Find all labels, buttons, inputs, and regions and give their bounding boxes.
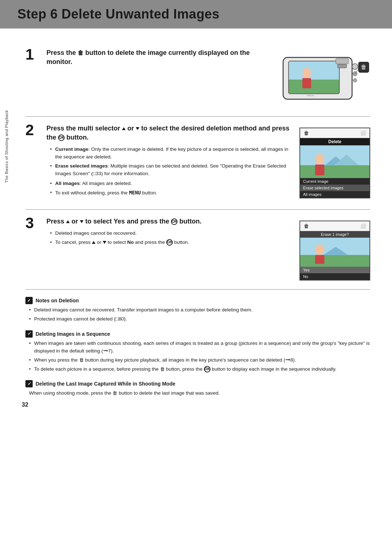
step-1-number: 1 xyxy=(25,47,44,62)
main-content: The Basics of Shooting and Playback 1 Pr… xyxy=(0,37,392,415)
step-2-section: 2 Press the multi selector or to select … xyxy=(25,124,370,199)
page-title: Step 6 Delete Unwanted Images xyxy=(17,7,375,22)
svg-point-19 xyxy=(315,154,324,164)
step3-divider xyxy=(25,289,370,290)
svg-rect-25 xyxy=(315,255,324,264)
sidebar-label: The Basics of Shooting and Playback xyxy=(4,110,12,183)
svg-text:Nikon: Nikon xyxy=(307,94,314,97)
notes-deletion-box: ✓ Notes on Deletion Deleted images canno… xyxy=(25,297,370,323)
notes-shooting-text: When using shooting mode, press the 🗑 bu… xyxy=(25,390,370,397)
step1-divider xyxy=(25,116,370,117)
menu-item-all: All images xyxy=(300,191,369,198)
svg-rect-22 xyxy=(300,255,369,266)
step-2-bullet-2: Erase selected images: Multiple images c… xyxy=(50,162,292,178)
step-1-content: Press the 🗑 button to delete the image c… xyxy=(44,48,269,70)
notes-sequence-bullets: When images are taken with continuous sh… xyxy=(25,340,370,373)
svg-text:🗑: 🗑 xyxy=(361,64,367,70)
step-1-image: Nikon 🗑 xyxy=(276,48,370,106)
step-2-content: Press the multi selector or to select th… xyxy=(44,124,292,199)
step-3-section: 3 Press or to select Yes and press the O… xyxy=(25,217,370,281)
notes-sequence-bullet-2: When you press the 🗑 button during key p… xyxy=(29,356,370,364)
svg-point-10 xyxy=(353,78,357,82)
svg-rect-5 xyxy=(302,78,311,88)
notes-deletion-bullet-2: Protected images cannot be deleted (□80)… xyxy=(29,315,370,323)
svg-rect-6 xyxy=(336,59,348,64)
step-2-screen: 🗑 ⬜ Delete xyxy=(299,124,370,198)
step-2-bullet-3: All images: All images are deleted. xyxy=(50,180,292,188)
menu-no: No xyxy=(300,273,369,280)
svg-rect-20 xyxy=(315,165,324,175)
menu-item-current: Current image xyxy=(300,178,369,185)
menu-yes: Yes xyxy=(300,267,369,273)
svg-point-8 xyxy=(352,64,358,69)
step-3-content: Press or to select Yes and press the OK … xyxy=(44,217,292,249)
svg-rect-7 xyxy=(338,64,347,68)
erase-screen-image xyxy=(300,238,369,267)
notes-deletion-title: Notes on Deletion xyxy=(36,298,79,303)
step-2-bullets-2: All images: All images are deleted. To e… xyxy=(46,180,292,197)
svg-point-24 xyxy=(315,244,324,255)
delete-screen-menu: Current image Erase selected images All … xyxy=(300,178,369,198)
erase-menu: Yes No xyxy=(300,267,369,280)
erase-title: Erase 1 image? xyxy=(300,231,369,238)
step2-divider xyxy=(25,209,370,210)
menu-item-erase: Erase selected images xyxy=(300,185,369,191)
notes-sequence-icon: ✓ xyxy=(25,330,33,338)
step-2-heading: Press the multi selector or to select th… xyxy=(46,124,292,142)
step-3-number: 3 xyxy=(25,215,44,231)
notes-sequence-box: ✓ Deleting Images in a Sequence When ima… xyxy=(25,330,370,373)
step-3-bullet-1: Deleted images cannot be recovered. xyxy=(50,230,292,237)
step-2-bullet-4: To exit without deleting, press the MENU… xyxy=(50,189,292,197)
notes-sequence-title: Deleting Images in a Sequence xyxy=(36,331,110,337)
page-header: Step 6 Delete Unwanted Images xyxy=(0,0,392,28)
notes-deletion-header: ✓ Notes on Deletion xyxy=(25,297,370,304)
notes-sequence-header: ✓ Deleting Images in a Sequence xyxy=(25,330,370,338)
svg-rect-2 xyxy=(289,61,339,80)
svg-rect-16 xyxy=(300,165,369,178)
step-3-heading: Press or to select Yes and press the OK … xyxy=(46,217,292,226)
notes-shooting-icon: ✓ xyxy=(25,380,33,387)
notes-shooting-title: Deleting the Last Image Captured While i… xyxy=(36,381,175,387)
page-number: 32 xyxy=(22,402,28,408)
step-3-bullet-2: To cancel, press or to select No and pre… xyxy=(50,239,292,246)
svg-rect-3 xyxy=(289,80,339,93)
header-divider xyxy=(0,28,392,29)
notes-shooting-box: ✓ Deleting the Last Image Captured While… xyxy=(25,380,370,397)
delete-screen-image xyxy=(300,145,369,178)
step-1-section: 1 Press the 🗑 button to delete the image… xyxy=(25,48,370,106)
notes-sequence-bullet-3: To delete each picture in a sequence, be… xyxy=(29,366,370,373)
svg-point-4 xyxy=(302,68,311,78)
notes-sequence-bullet-1: When images are taken with continuous sh… xyxy=(29,340,370,355)
step-2-bullets: Current image: Only the current image is… xyxy=(46,146,292,178)
step-2-bullet-1: Current image: Only the current image is… xyxy=(50,146,292,161)
step-3-screen: 🗑 ⬜ Erase 1 image? xyxy=(299,217,370,281)
step-2-number: 2 xyxy=(25,122,44,138)
notes-deletion-bullet-1: Deleted images cannot be recovered. Tran… xyxy=(29,306,370,314)
notes-deletion-icon: ✓ xyxy=(25,297,33,304)
delete-screen-mockup: 🗑 ⬜ Delete xyxy=(299,128,370,198)
step-3-bullets: Deleted images cannot be recovered. To c… xyxy=(46,230,292,246)
delete-title: Delete xyxy=(300,138,369,145)
step-1-heading: Press the 🗑 button to delete the image c… xyxy=(46,48,269,67)
notes-deletion-bullets: Deleted images cannot be recovered. Tran… xyxy=(25,306,370,323)
erase-screen-mockup: 🗑 ⬜ Erase 1 image? xyxy=(299,221,370,281)
camera-illustration: Nikon 🗑 xyxy=(276,48,370,105)
notes-shooting-header: ✓ Deleting the Last Image Captured While… xyxy=(25,380,370,387)
